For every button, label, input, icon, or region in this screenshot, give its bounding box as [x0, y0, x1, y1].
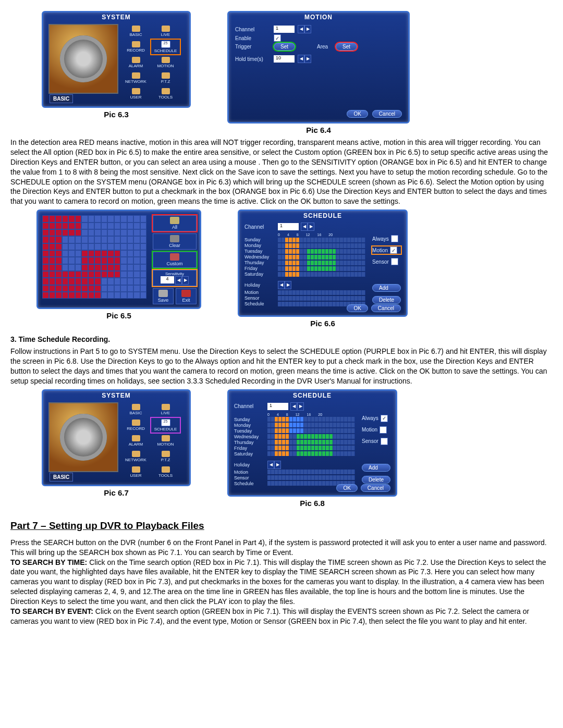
timeline-tuesday[interactable] — [267, 428, 355, 433]
timeline-sunday[interactable] — [278, 238, 365, 242]
menu-motion[interactable]: MOTION — [151, 55, 180, 70]
menu-basic[interactable]: BASIC — [121, 24, 150, 39]
gear-area — [48, 24, 118, 94]
custom-option[interactable]: Custom — [153, 252, 197, 268]
system-menu: BASIC LIVE RECORD 25SCHEDULE ALARM MOTIO… — [121, 402, 180, 479]
menu-schedule[interactable]: 25SCHEDULE — [151, 40, 180, 54]
schedule-panel-6-6: SCHEDULE Channel 1 ◀▶ 0 4 8 12 16 20 Sun… — [238, 209, 408, 317]
menu-live[interactable]: LIVE — [151, 402, 180, 417]
caption-6-8: Pic 6.8 — [300, 499, 325, 508]
paragraph-1: In the detection area RED means inactive… — [10, 138, 553, 206]
menu-motion[interactable]: MOTION — [151, 434, 180, 448]
caption-6-7: Pic 6.7 — [104, 488, 129, 497]
delete-button[interactable]: Delete — [362, 476, 390, 484]
detection-grid[interactable] — [42, 215, 146, 299]
ok-button[interactable]: OK — [336, 484, 357, 492]
ok-button[interactable]: OK — [347, 110, 368, 118]
timeline-friday[interactable] — [278, 266, 365, 271]
menu-tools[interactable]: TOOLS — [151, 87, 180, 101]
menu-alarm[interactable]: ALARM — [121, 55, 150, 70]
clear-option[interactable]: Clear — [153, 233, 197, 250]
always-checkbox[interactable] — [391, 235, 398, 242]
channel-label: Channel — [234, 403, 265, 409]
timeline-friday[interactable] — [267, 446, 355, 450]
delete-button[interactable]: Delete — [372, 296, 401, 304]
holdtime-value[interactable]: 10 — [274, 55, 295, 63]
spinner-arrows[interactable]: ◀▶ — [298, 25, 311, 33]
menu-alarm[interactable]: ALARM — [121, 434, 150, 448]
all-option[interactable]: All — [153, 215, 197, 231]
gear-area — [48, 402, 118, 472]
timeline-monday[interactable] — [267, 423, 355, 427]
menu-network[interactable]: NETWORK — [121, 71, 150, 85]
panel-title: SYSTEM — [43, 14, 189, 21]
menu-ptz[interactable]: P.T.Z — [151, 71, 180, 85]
motion-checkbox[interactable] — [380, 426, 387, 434]
menu-schedule[interactable]: 25SCHEDULE — [151, 418, 180, 433]
motion-checkbox[interactable]: ✓ — [390, 246, 397, 254]
channel-value[interactable]: 1 — [274, 26, 295, 33]
trigger-set-button[interactable]: Set — [274, 43, 295, 51]
holdtime-label: Hold time(s) — [235, 56, 271, 62]
panel-title: MOTION — [229, 14, 408, 21]
timeline-thursday[interactable] — [267, 440, 355, 445]
panel-title: SCHEDULE — [239, 212, 406, 219]
section-3-title: 3. Time Schedule Recording. — [10, 335, 553, 343]
caption-6-4: Pic 6.4 — [306, 126, 331, 134]
timeline-monday[interactable] — [278, 243, 365, 248]
spinner-arrows[interactable]: ◀▶ — [175, 276, 189, 285]
menu-tools[interactable]: TOOLS — [151, 465, 180, 479]
gear-icon — [60, 35, 107, 82]
area-label: Area — [317, 44, 333, 50]
panel-title: SCHEDULE — [229, 392, 396, 399]
spinner-arrows[interactable]: ◀▶ — [278, 281, 291, 289]
motion-panel-6-4: MOTION Channel 1 ◀▶ Enable ✓ Trigger Set… — [227, 11, 410, 124]
add-button[interactable]: Add — [362, 464, 390, 472]
ok-button[interactable]: OK — [347, 304, 368, 312]
sensitivity-value[interactable]: 4 — [161, 276, 174, 283]
exit-button[interactable]: Exit — [176, 288, 197, 304]
menu-record[interactable]: RECORD — [121, 418, 150, 433]
sensor-checkbox[interactable] — [381, 438, 388, 445]
timeline-thursday[interactable] — [278, 261, 365, 265]
channel-value[interactable]: 1 — [267, 403, 288, 410]
menu-record[interactable]: RECORD — [121, 40, 150, 54]
cancel-button[interactable]: Cancel — [371, 304, 401, 312]
spinner-arrows[interactable]: ◀▶ — [298, 55, 311, 63]
save-button[interactable]: Save — [153, 288, 174, 304]
timeline-saturday[interactable] — [278, 272, 365, 277]
menu-user[interactable]: USER — [121, 465, 150, 479]
area-set-button[interactable]: Set — [336, 43, 357, 51]
channel-value[interactable]: 1 — [278, 223, 299, 230]
timeline-saturday[interactable] — [267, 451, 355, 456]
gear-icon — [60, 414, 107, 461]
menu-user[interactable]: USER — [121, 87, 150, 101]
spinner-arrows[interactable]: ◀▶ — [267, 461, 281, 469]
timeline-sunday[interactable] — [267, 417, 355, 422]
timeline-wednesday[interactable] — [267, 434, 355, 439]
spinner-arrows[interactable]: ◀▶ — [290, 402, 304, 411]
menu-network[interactable]: NETWORK — [121, 449, 150, 464]
menu-live[interactable]: LIVE — [151, 24, 180, 39]
detection-panel-6-5: All Clear Custom Sensitivity 4 ◀▶ Save E… — [36, 209, 201, 309]
bottom-label: BASIC — [50, 94, 73, 103]
sensitivity-option[interactable]: Sensitivity 4 ◀▶ — [153, 270, 197, 286]
always-checkbox[interactable]: ✓ — [381, 415, 388, 422]
add-button[interactable]: Add — [372, 284, 401, 292]
cancel-button[interactable]: Cancel — [361, 484, 390, 492]
channel-label: Channel — [235, 27, 271, 32]
paragraph-2: Follow instructions in Part 5 to go to S… — [10, 347, 553, 386]
spinner-arrows[interactable]: ◀▶ — [301, 223, 314, 231]
enable-checkbox[interactable]: ✓ — [274, 34, 281, 42]
menu-ptz[interactable]: P.T.Z — [151, 449, 180, 464]
system-menu: BASIC LIVE RECORD 25SCHEDULE ALARM MOTIO… — [121, 24, 180, 101]
timeline-tuesday[interactable] — [278, 249, 365, 254]
part-7-title: Part 7 – Setting up DVR to Playback File… — [10, 520, 553, 532]
enable-label: Enable — [235, 35, 271, 41]
cancel-button[interactable]: Cancel — [372, 110, 402, 118]
menu-basic[interactable]: BASIC — [121, 402, 150, 417]
sensor-checkbox[interactable] — [391, 258, 398, 265]
schedule-panel-6-8: SCHEDULE Channel 1 ◀▶ 0 4 8 12 16 20 Sun… — [227, 389, 397, 497]
timeline-wednesday[interactable] — [278, 255, 365, 260]
system-panel-6-7: SYSTEM BASIC BASIC LIVE RECORD 25SCHEDUL… — [42, 389, 191, 486]
